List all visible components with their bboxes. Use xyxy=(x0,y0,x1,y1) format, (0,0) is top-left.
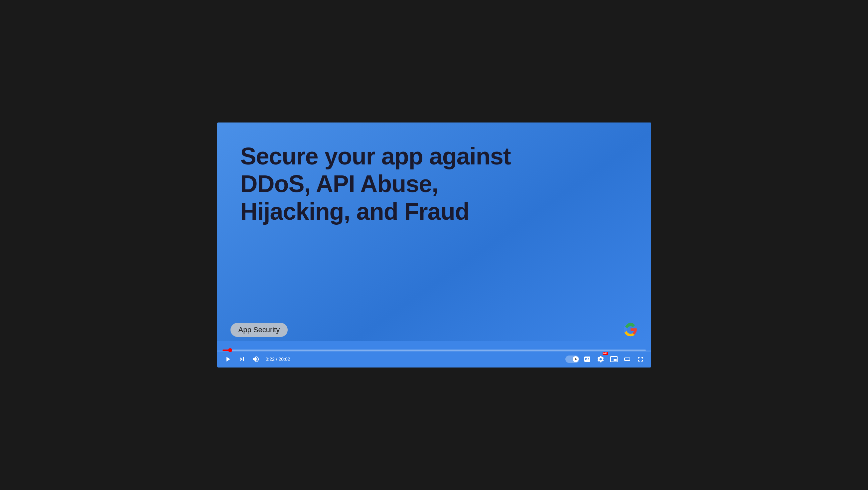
next-button[interactable] xyxy=(237,354,247,365)
fullscreen-icon xyxy=(637,355,645,363)
video-player[interactable]: Secure your app against DDoS, API Abuse,… xyxy=(217,122,651,368)
settings-icon xyxy=(597,355,604,363)
google-logo-icon xyxy=(623,322,638,337)
play-button[interactable] xyxy=(222,354,233,365)
next-icon xyxy=(238,355,246,363)
toggle-knob xyxy=(573,356,579,362)
video-title: Secure your app against DDoS, API Abuse,… xyxy=(241,142,512,225)
chapter-label: App Security xyxy=(230,323,288,337)
settings-button[interactable] xyxy=(595,354,606,365)
miniplayer-icon xyxy=(610,355,618,363)
controls-right: HD xyxy=(565,354,646,365)
video-content: Secure your app against DDoS, API Abuse,… xyxy=(217,122,651,341)
miniplayer-button[interactable] xyxy=(609,354,619,365)
theater-button[interactable] xyxy=(622,354,632,365)
autoplay-play-symbol xyxy=(574,357,578,362)
autoplay-toggle[interactable] xyxy=(565,355,579,363)
mute-button[interactable] xyxy=(250,354,261,365)
captions-icon xyxy=(583,355,591,363)
captions-button[interactable] xyxy=(582,354,593,365)
controls-bar: 0:22 / 20:02 xyxy=(217,351,651,368)
fullscreen-button[interactable] xyxy=(635,354,646,365)
play-icon xyxy=(224,355,232,363)
toggle-track xyxy=(565,355,579,363)
theater-icon xyxy=(623,355,631,363)
volume-icon xyxy=(252,355,260,363)
settings-wrapper: HD xyxy=(595,354,606,365)
hd-badge: HD xyxy=(602,352,608,355)
time-display: 0:22 / 20:02 xyxy=(266,356,290,362)
